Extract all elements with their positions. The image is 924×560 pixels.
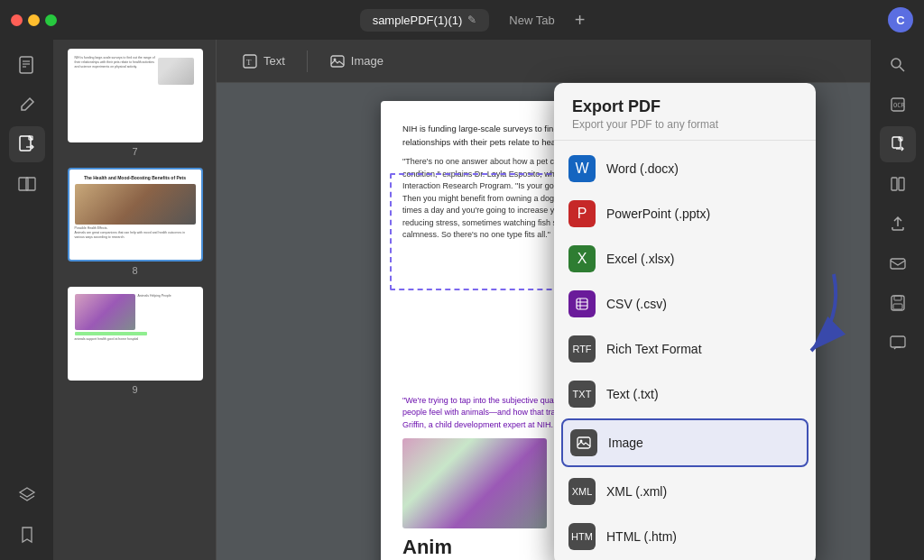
export-subtitle: Export your PDF to any format (572, 118, 798, 131)
titlebar: samplePDF(1)(1) ✎ New Tab + C (0, 0, 924, 40)
svg-rect-29 (891, 259, 905, 269)
svg-rect-28 (899, 178, 904, 190)
export-image-item[interactable]: Image (561, 418, 808, 467)
maximize-button[interactable] (45, 14, 57, 26)
sidebar-right-save[interactable] (880, 285, 916, 321)
thumb-text-8: Possible Health Effects. Animals are gre… (75, 226, 196, 240)
pdf-flower-image (402, 438, 547, 528)
svg-text:OCR: OCR (893, 102, 905, 109)
new-tab[interactable]: New Tab (496, 9, 567, 32)
svg-rect-31 (894, 296, 901, 300)
export-xml-item[interactable]: XML XML (.xml) (554, 469, 816, 514)
sidebar-left (0, 40, 54, 560)
thumbnail-page-7-content: NIH is funding large-scale surveys to fi… (68, 49, 203, 142)
toolbar-separator (307, 50, 308, 72)
export-html-item[interactable]: HTM HTML (.htm) (554, 514, 816, 559)
html-label: HTML (.htm) (606, 529, 677, 544)
tab-area: samplePDF(1)(1) ✎ New Tab + (64, 9, 881, 32)
csv-label: CSV (.csv) (606, 297, 667, 311)
traffic-lights (11, 14, 57, 26)
active-tab-label: samplePDF(1)(1) (373, 14, 463, 27)
thumbnail-page-9-content: Animals Helping People animals support h… (68, 287, 203, 381)
new-tab-label: New Tab (509, 14, 554, 27)
txt-label: Text (.txt) (606, 387, 659, 401)
svg-line-21 (900, 67, 904, 71)
thumbnail-label-7: 7 (68, 146, 203, 157)
sidebar-right-search[interactable] (880, 47, 916, 83)
thumb-cat-image (75, 184, 196, 225)
content-toolbar: T Text Image (217, 40, 870, 83)
sidebar-icon-export[interactable] (9, 126, 45, 162)
sidebar-icon-annotate[interactable] (9, 87, 45, 123)
thumbnail-label-9: 9 (68, 384, 203, 395)
export-csv-item[interactable]: CSV (.csv) (554, 281, 816, 326)
thumb-title-8: The Health and Mood-Boosting Benefits of… (75, 175, 196, 181)
xml-label: XML (.xml) (606, 484, 667, 499)
export-rtf-item[interactable]: RTF Rich Text Format (554, 326, 816, 372)
image-tool-button[interactable]: Image (319, 48, 394, 75)
svg-rect-32 (893, 304, 902, 309)
export-title: Export PDF (572, 97, 798, 116)
svg-text:T: T (246, 58, 252, 67)
thumbnail-page-8[interactable]: The Health and Mood-Boosting Benefits of… (68, 168, 203, 276)
svg-rect-11 (331, 56, 344, 67)
sidebar-right-email[interactable] (880, 245, 916, 281)
rtf-icon: RTF (568, 335, 596, 363)
sidebar-icon-bookmark[interactable] (9, 517, 45, 553)
thumbnail-page-9[interactable]: Animals Helping People animals support h… (68, 287, 203, 395)
thumb-flowers-image (75, 294, 135, 330)
thumbnail-panel: NIH is funding large-scale surveys to fi… (54, 40, 217, 560)
rtf-label: Rich Text Format (606, 342, 702, 356)
export-panel: Export PDF Export your PDF to any format… (554, 83, 816, 560)
export-excel-item[interactable]: X Excel (.xlsx) (554, 236, 816, 281)
add-tab-button[interactable]: + (575, 10, 586, 31)
export-word-item[interactable]: W Word (.docx) (554, 146, 816, 191)
sidebar-right-share[interactable] (880, 206, 916, 242)
thumbnail-page-7[interactable]: NIH is funding large-scale surveys to fi… (68, 49, 203, 157)
image-tool-label: Image (351, 54, 383, 68)
export-txt-item[interactable]: TXT Text (.txt) (554, 372, 816, 417)
excel-icon: X (568, 245, 596, 272)
close-button[interactable] (11, 14, 23, 26)
thumbnail-page-8-content: The Health and Mood-Boosting Benefits of… (68, 168, 203, 262)
powerpoint-icon: P (568, 200, 596, 227)
image-label: Image (608, 436, 643, 450)
xml-icon: XML (568, 478, 596, 505)
text-tool-label: Text (263, 54, 285, 68)
word-label: Word (.docx) (606, 161, 679, 176)
main-area: NIH is funding large-scale surveys to fi… (0, 40, 924, 560)
powerpoint-label: PowerPoint (.pptx) (606, 207, 710, 221)
edit-icon: ✎ (467, 14, 476, 26)
sidebar-right-ocr[interactable]: OCR (880, 87, 916, 123)
thumbnail-label-8: 8 (68, 265, 203, 276)
sidebar-icon-pages[interactable] (9, 166, 45, 202)
excel-label: Excel (.xlsx) (606, 252, 674, 266)
active-tab[interactable]: samplePDF(1)(1) ✎ (360, 9, 490, 32)
export-list: W Word (.docx) P PowerPoint (.pptx) X Ex… (554, 141, 816, 560)
html-icon: HTM (568, 523, 596, 550)
text-tool-button[interactable]: T Text (231, 48, 296, 75)
thumb-diagram (158, 58, 194, 85)
svg-rect-0 (20, 57, 32, 73)
content-area: T Text Image NIH is funding large-scale … (217, 40, 870, 560)
sidebar-icon-reader[interactable] (9, 47, 45, 83)
csv-icon (568, 290, 596, 317)
export-powerpoint-item[interactable]: P PowerPoint (.pptx) (554, 191, 816, 236)
sidebar-right: OCR (870, 40, 924, 560)
export-header: Export PDF Export your PDF to any format (554, 83, 816, 141)
word-icon: W (568, 155, 596, 182)
image-icon (570, 429, 597, 456)
minimize-button[interactable] (28, 14, 40, 26)
txt-icon: TXT (568, 381, 596, 408)
svg-point-20 (892, 59, 901, 68)
svg-rect-17 (578, 437, 590, 448)
thumb-green-bar (75, 332, 147, 335)
sidebar-right-convert[interactable] (880, 126, 916, 162)
user-avatar[interactable]: C (888, 7, 913, 32)
sidebar-right-comment[interactable] (880, 325, 916, 361)
sidebar-icon-layers[interactable] (9, 477, 45, 513)
svg-rect-27 (892, 178, 897, 190)
svg-rect-33 (891, 336, 905, 347)
sidebar-right-organize[interactable] (880, 166, 916, 202)
svg-rect-24 (892, 137, 901, 148)
